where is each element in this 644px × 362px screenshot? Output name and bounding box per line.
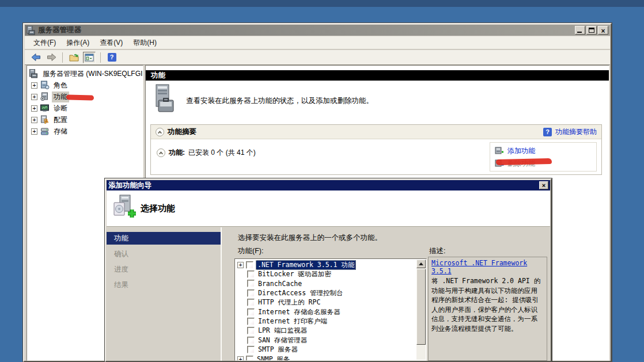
window-title: 服务器管理器 <box>38 25 573 35</box>
show-hide-tree-button[interactable] <box>67 52 80 63</box>
feature-row[interactable]: BitLocker 驱动器加密 <box>237 269 426 279</box>
tree-item-roles[interactable]: + 角色 <box>27 79 143 91</box>
tree-item-storage[interactable]: + 存储 <box>27 125 143 137</box>
close-button[interactable]: × <box>598 26 608 35</box>
collapse-chevron-icon[interactable] <box>157 148 165 157</box>
add-features-action[interactable]: 添加功能 <box>495 144 592 157</box>
content-title-bar: 功能 <box>146 70 609 81</box>
collapse-chevron-icon[interactable] <box>156 128 164 136</box>
dialog-close-button[interactable]: × <box>539 181 548 189</box>
features-listbox[interactable]: + .NET Framework 3.5.1 功能 BitLocker 驱动器加… <box>234 258 427 361</box>
dialog-body: 功能 确认 进度 结果 选择要安装在此服务器上的一个或多个功能。 功能(F): … <box>107 227 550 361</box>
feature-checkbox[interactable] <box>246 261 253 269</box>
forward-button[interactable] <box>45 52 58 63</box>
feature-row[interactable]: DirectAccess 管理控制台 <box>237 288 426 298</box>
back-button[interactable] <box>29 52 42 63</box>
back-arrow-icon <box>31 53 41 62</box>
step-results[interactable]: 结果 <box>107 279 221 291</box>
expand-icon[interactable]: + <box>31 82 37 89</box>
feature-checkbox[interactable] <box>247 346 255 353</box>
minimize-button[interactable] <box>575 26 585 35</box>
feature-row[interactable]: Internet 存储命名服务器 <box>237 307 426 317</box>
dialog-title: 添加功能向导 <box>108 181 539 190</box>
tree-item-label: 角色 <box>52 80 69 91</box>
feature-row[interactable]: + .NET Framework 3.5.1 功能 <box>237 260 426 269</box>
server-manager-node-icon <box>29 69 39 78</box>
forward-arrow-icon <box>47 53 56 62</box>
feature-actions: 添加功能 删除功能 <box>490 142 597 172</box>
feature-row[interactable]: Internet 打印客户端 <box>237 317 426 326</box>
tree-item-diagnostics[interactable]: + 诊断 <box>27 102 143 114</box>
content-description: 查看安装在此服务器上功能的状态，以及添加或删除功能。 <box>186 96 373 106</box>
folder-icon <box>69 54 79 62</box>
scroll-up-button[interactable] <box>416 260 426 268</box>
feature-checkbox[interactable] <box>247 318 255 325</box>
expand-icon[interactable]: + <box>31 117 37 123</box>
feature-row[interactable]: LPR 端口监视器 <box>237 326 426 336</box>
console-window-icon <box>85 54 94 62</box>
expand-icon[interactable]: + <box>237 356 244 361</box>
expand-icon[interactable]: + <box>31 128 37 135</box>
menu-action[interactable]: 操作(A) <box>61 36 94 49</box>
toolbar-separator <box>62 52 63 63</box>
feature-row[interactable]: SAN 存储管理器 <box>237 336 426 345</box>
expand-icon[interactable]: + <box>237 262 244 268</box>
summary-help-icon: ? <box>543 128 552 136</box>
tree-item-label: 配置 <box>52 115 69 125</box>
dialog-titlebar[interactable]: 添加功能向导 × <box>107 180 550 190</box>
add-features-link[interactable]: 添加功能 <box>507 146 535 156</box>
features-label: 功能: <box>169 148 185 158</box>
close-icon: × <box>601 27 605 35</box>
storage-icon <box>40 127 50 136</box>
step-progress[interactable]: 进度 <box>107 263 221 276</box>
wizard-main: 选择要安装在此服务器上的一个或多个功能。 功能(F): + .NET Frame… <box>223 227 550 361</box>
summary-title: 功能摘要 <box>168 127 540 137</box>
desktop: 服务器管理器 × 文件(F) 操作(A) 查看(V) 帮助(H) ? <box>0 0 644 362</box>
tree-root-label: 服务器管理器 (WIN-SK9EQLFGIL <box>41 68 143 79</box>
features-summary-panel: 功能摘要 ? 功能摘要帮助 功能: 已安装 0 个 (共 41 个) 添加功能 <box>150 124 602 175</box>
summary-help-link[interactable]: 功能摘要帮助 <box>555 127 597 137</box>
feature-checkbox[interactable] <box>246 356 253 361</box>
listbox-scrollbar[interactable] <box>416 260 426 360</box>
feature-row[interactable]: + SNMP 服务 <box>237 355 426 361</box>
minimize-icon <box>577 32 582 33</box>
feature-description-link[interactable]: Microsoft .NET Framework 3.5.1 <box>431 259 544 275</box>
help-button[interactable]: ? <box>105 52 118 63</box>
server-manager-app-icon <box>26 26 36 35</box>
wizard-steps: 功能 确认 进度 结果 <box>107 227 222 361</box>
menu-file[interactable]: 文件(F) <box>28 36 61 49</box>
tree-item-configuration[interactable]: + 配置 <box>27 114 143 125</box>
feature-row[interactable]: HTTP 代理上的 RPC <box>237 298 426 307</box>
feature-checkbox[interactable] <box>247 270 255 278</box>
summary-body: 功能: 已安装 0 个 (共 41 个) 添加功能 删除功能 <box>151 139 601 174</box>
feature-checkbox[interactable] <box>247 280 255 287</box>
toolbar: ? <box>25 50 610 65</box>
expand-icon[interactable]: + <box>31 94 37 100</box>
desktop-top-strip <box>0 0 644 7</box>
console-properties-button[interactable] <box>83 52 96 63</box>
select-features-icon <box>112 195 138 222</box>
feature-checkbox[interactable] <box>247 299 255 306</box>
configuration-icon <box>40 115 50 124</box>
scrollbar-thumb[interactable] <box>416 269 426 345</box>
feature-checkbox[interactable] <box>247 327 255 334</box>
step-features[interactable]: 功能 <box>107 232 221 245</box>
menu-help[interactable]: 帮助(H) <box>128 36 162 49</box>
scroll-up-icon <box>419 262 423 265</box>
maximize-button[interactable] <box>586 26 597 35</box>
window-titlebar[interactable]: 服务器管理器 × <box>25 25 610 36</box>
window-controls: × <box>575 26 608 35</box>
feature-checkbox[interactable] <box>247 308 255 316</box>
add-features-wizard-dialog: 添加功能向导 × 选择功能 功能 确认 进度 结果 选择要安装在此服务器上的一个… <box>105 178 552 362</box>
expand-icon[interactable]: + <box>31 105 37 112</box>
feature-checkbox[interactable] <box>247 337 255 344</box>
feature-row[interactable]: SMTP 服务器 <box>237 345 426 355</box>
summary-header: 功能摘要 ? 功能摘要帮助 <box>151 125 601 139</box>
tree-root-server-manager[interactable]: 服务器管理器 (WIN-SK9EQLFGIL <box>27 68 143 79</box>
features-icon <box>40 92 50 101</box>
feature-checkbox[interactable] <box>247 289 255 297</box>
step-confirmation[interactable]: 确认 <box>107 247 221 260</box>
feature-row[interactable]: BranchCache <box>237 279 426 288</box>
menu-view[interactable]: 查看(V) <box>94 36 128 49</box>
features-count-line: 功能: 已安装 0 个 (共 41 个) <box>157 148 256 158</box>
